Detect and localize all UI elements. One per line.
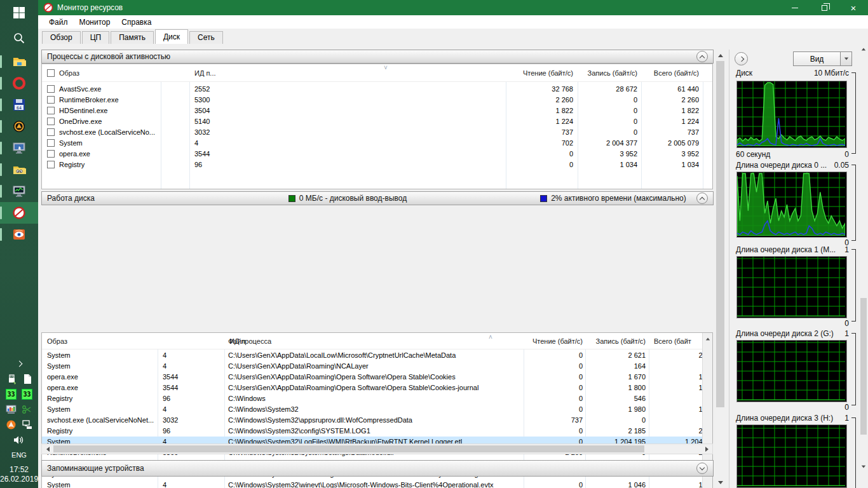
taskbar-item-eye-app[interactable] [0, 224, 38, 245]
column-header-image[interactable]: Образ [47, 64, 158, 81]
scissors-tray-icon[interactable] [22, 404, 32, 415]
view-dropdown-button[interactable]: Вид [793, 51, 852, 66]
process-row[interactable]: Registry 96 0 1 034 1 034 [42, 159, 712, 170]
process-row[interactable]: OneDrive.exe 5140 1 224 0 1 224 [42, 116, 712, 127]
tray-expand[interactable] [0, 356, 38, 371]
taskbar-item-hdsentinel[interactable]: 64 [0, 94, 38, 116]
tab-1[interactable]: ЦП [82, 31, 110, 44]
close-button[interactable]: × [839, 0, 868, 15]
taskbar-item-performance-monitor[interactable] [0, 180, 38, 202]
horizontal-scrollbar[interactable] [41, 444, 713, 454]
column-header-total[interactable]: Всего (байт [654, 333, 702, 349]
tab-0[interactable]: Обзор [42, 31, 81, 44]
column-header-pid[interactable]: ИД п... [194, 64, 233, 81]
column-header-pid-dup [163, 333, 220, 349]
disk-row[interactable]: svchost.exe (LocalServiceNoNet... 3032 C… [42, 415, 702, 426]
chart-bracket [851, 333, 856, 405]
disk-row[interactable]: opera.exe 3544 C:\Users\GenX\AppData\Roa… [42, 383, 702, 393]
row-checkbox[interactable] [47, 85, 55, 93]
scrollbar-thumb[interactable] [53, 445, 644, 452]
taskbar-item-folder-viewer[interactable] [0, 159, 38, 180]
disk-row[interactable]: System 4 C:\Users\GenX\AppData\LocalLow\… [42, 350, 702, 361]
section-header-processes[interactable]: Процессы с дисковой активностью [41, 50, 714, 64]
row-checkbox[interactable] [47, 128, 55, 136]
usb-tray-icon[interactable] [6, 374, 17, 384]
chart-scale: 1 [844, 329, 849, 338]
process-row[interactable]: RuntimeBroker.exe 5300 2 260 0 2 260 [42, 95, 712, 105]
section-header-disk-work[interactable]: Работа диска 0 МБ/с - дисковый ввод-выво… [41, 191, 714, 205]
disk-row[interactable]: System 4 C:\Users\GenX\AppData\Roaming\N… [42, 361, 702, 372]
language-indicator[interactable]: ENG [0, 451, 38, 459]
row-checkbox[interactable] [47, 118, 55, 125]
section-title-storage: Запоминающие устройства [47, 464, 144, 473]
disk-table-header: Образ ИД процесса Файл Чтение (байт/с) З… [42, 333, 712, 349]
column-header-total[interactable]: Всего (байт/с) [645, 64, 699, 81]
performance-monitor-icon [12, 184, 26, 198]
coretemp-icon-1[interactable]: 33 [6, 389, 17, 400]
collapse-disk-work-button[interactable] [696, 193, 708, 204]
search-button[interactable] [0, 25, 38, 51]
scrollbar-thumb[interactable] [860, 298, 867, 435]
disk-row[interactable]: System 4 C:\Windows\System32 0 1 980 1 9… [42, 404, 702, 415]
section-title-processes: Процессы с дисковой активностью [47, 52, 170, 61]
taskbar-item-file-explorer[interactable] [0, 51, 38, 72]
row-checkbox[interactable] [47, 96, 55, 104]
panel-scrollbar[interactable] [859, 44, 868, 488]
row-checkbox[interactable] [47, 150, 55, 158]
section-header-storage[interactable]: Запоминающие устройства [41, 460, 714, 477]
chart-scale: 10 Мбит/с [814, 69, 849, 78]
process-row[interactable]: AvastSvc.exe 2552 32 768 28 672 61 440 [42, 84, 712, 95]
menu-item-Справка[interactable]: Справка [116, 17, 157, 28]
disk-row[interactable]: Registry 96 C:\Windows\System32\config\S… [42, 426, 702, 437]
column-header-write[interactable]: Запись (байт/с) [581, 64, 637, 81]
minimize-button[interactable] [780, 0, 810, 15]
panel-collapse-button[interactable] [735, 52, 748, 65]
hwmonitor-tray-icon[interactable] [6, 404, 17, 415]
scrollbar-thumb[interactable] [716, 61, 724, 407]
document-tray-icon[interactable] [22, 374, 32, 384]
process-row[interactable]: opera.exe 3544 0 3 952 3 952 [42, 149, 712, 159]
opera-icon [12, 76, 26, 90]
collapse-processes-button[interactable] [696, 51, 708, 62]
disk-row[interactable]: System 4 C:\Windows\System32\winevt\Logs… [42, 480, 702, 488]
coretemp-icon-2[interactable]: 33 [22, 389, 32, 400]
chart-title: Длина очереди диска 0 ... [736, 161, 827, 170]
column-header-read[interactable]: Чтение (байт/с) [510, 64, 573, 81]
row-checkbox[interactable] [47, 139, 55, 147]
expand-storage-button[interactable] [696, 463, 708, 474]
column-header-read[interactable]: Чтение (байт/с) [527, 333, 583, 349]
clock[interactable]: 17:52 26.02.2019 [0, 465, 38, 484]
window-title: Монитор ресурсов [57, 3, 123, 12]
tab-3[interactable]: Диск [155, 29, 188, 44]
view-dropdown-arrow[interactable] [840, 52, 851, 65]
disk-row[interactable]: Registry 96 C:\Windows 0 546 546 [42, 393, 702, 404]
column-header-write[interactable]: Запись (байт/с) [588, 333, 646, 349]
taskbar-item-opera[interactable] [0, 72, 38, 94]
taskbar-item-aimp[interactable] [0, 116, 38, 137]
folder-eyes-icon [12, 163, 26, 177]
avast-tray-icon[interactable] [6, 419, 17, 430]
start-button[interactable] [0, 0, 38, 25]
menu-item-Файл[interactable]: Файл [43, 17, 74, 28]
process-row[interactable]: HDSentinel.exe 3504 1 822 0 1 822 [42, 105, 712, 116]
taskbar-item-resource-monitor[interactable] [0, 202, 38, 224]
select-all-checkbox[interactable] [47, 69, 55, 77]
tab-2[interactable]: Память [111, 31, 154, 44]
tab-4[interactable]: Сеть [189, 31, 223, 44]
row-checkbox[interactable] [47, 161, 55, 168]
row-checkbox[interactable] [47, 107, 55, 114]
taskbar-item-remote-desktop[interactable] [0, 137, 38, 159]
column-header-image[interactable]: Образ [47, 333, 155, 349]
volume-tray-icon[interactable] [13, 435, 25, 445]
network-tray-icon[interactable] [22, 419, 33, 430]
process-row[interactable]: System 4 702 2 004 377 2 005 079 [42, 138, 712, 149]
main-vertical-scrollbar[interactable] [715, 50, 726, 488]
column-header-file[interactable]: Файл [228, 333, 482, 349]
scroll-up-icon [862, 48, 865, 50]
restore-button[interactable] [810, 0, 839, 15]
process-table: Образ ИД п... Чтение (байт/с) Запись (ба… [41, 64, 713, 189]
disk-row[interactable]: opera.exe 3544 C:\Users\GenX\AppData\Roa… [42, 372, 702, 383]
menu-item-Монитор[interactable]: Монитор [74, 17, 116, 28]
process-row[interactable]: svchost.exe (LocalServiceNo... 3032 737 … [42, 127, 712, 138]
chart-title: Длина очереди диска 3 (H:) [736, 414, 833, 423]
